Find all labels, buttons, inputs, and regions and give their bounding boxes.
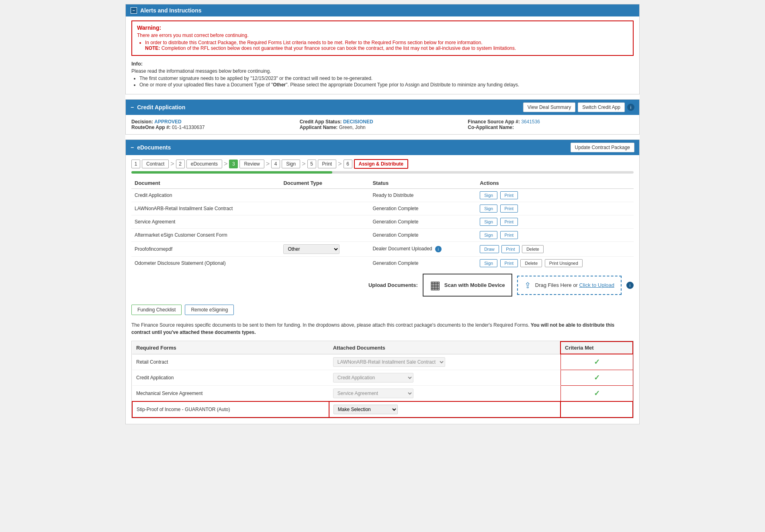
rf-form-mechanical: Mechanical Service Agreement [132, 385, 329, 401]
print-retail-button[interactable]: Print [500, 205, 518, 213]
print-credit-app-button[interactable]: Print [500, 191, 518, 199]
draw-proof-button[interactable]: Draw [480, 245, 499, 253]
doc-actions-proof: Draw Print Delete [477, 242, 634, 257]
print-aftermarket-button[interactable]: Print [500, 231, 518, 239]
doc-type-proof[interactable]: Other Proof of Income Insurance [280, 242, 369, 257]
tab-5-label[interactable]: Print [318, 160, 337, 168]
applicant-name-label: Applicant Name: [300, 125, 338, 130]
sign-odometer-button[interactable]: Sign [480, 259, 497, 267]
tab-2-edocuments[interactable]: 2 eDocuments [176, 160, 222, 168]
sign-retail-button[interactable]: Sign [480, 205, 497, 213]
tab-3-label[interactable]: Review [239, 160, 264, 168]
finance-source-label: Finance Source App #: [468, 119, 520, 125]
tab-6-label[interactable]: Assign & Distribute [354, 159, 408, 169]
credit-attached-select[interactable]: Credit Application [333, 373, 413, 383]
credit-app-header: − Credit Application View Deal Summary S… [126, 100, 639, 115]
col-status: Status [369, 178, 477, 189]
co-applicant-label: Co-Applicant Name: [468, 125, 514, 130]
table-row: Credit Application Ready to Distribute S… [131, 189, 634, 202]
doc-status-aftermarket: Generation Complete [369, 229, 477, 242]
print-proof-button[interactable]: Print [501, 245, 520, 253]
tab-1-num: 1 [131, 160, 140, 168]
tab-1-label[interactable]: Contract [142, 160, 169, 168]
sign-credit-app-button[interactable]: Sign [480, 191, 497, 199]
tab-sep-2: > [224, 160, 227, 168]
table-row: Aftermarket eSign Customer Consent Form … [131, 229, 634, 242]
retail-criteria-check: ✓ [594, 358, 600, 366]
sign-service-button[interactable]: Sign [480, 218, 497, 226]
edoc-header: − eDocuments Update Contract Package [126, 140, 639, 155]
doc-actions-service: Sign Print [477, 215, 634, 229]
tab-2-label[interactable]: eDocuments [186, 160, 222, 168]
sign-aftermarket-button[interactable]: Sign [480, 231, 497, 239]
tab-6-num: 6 [344, 160, 352, 168]
tab-sep-4: > [302, 160, 305, 168]
credit-collapse-icon[interactable]: − [131, 104, 134, 110]
doc-actions-odometer: Sign Print Delete Print Unsigned [477, 257, 634, 270]
switch-credit-app-button[interactable]: Switch Credit App [578, 102, 625, 112]
dealer-doc-info-icon[interactable]: i [435, 246, 442, 252]
doc-type-credit-app [280, 189, 369, 202]
rf-criteria-stip [560, 401, 633, 417]
rf-row-mechanical: Mechanical Service Agreement Service Agr… [132, 385, 633, 401]
upload-info-icon[interactable]: i [626, 282, 634, 289]
rf-attached-stip[interactable]: Make Selection Credit Application Proofo… [329, 401, 560, 417]
retail-attached-select[interactable]: LAWNonARB-Retail Installment Sale Contra… [333, 357, 445, 367]
info-item-2: One or more of your uploaded files have … [139, 82, 634, 88]
progress-bar [131, 171, 634, 174]
print-odometer-button[interactable]: Print [500, 259, 518, 267]
doc-name-odometer: Odometer Disclosure Statement (Optional) [131, 257, 280, 270]
rf-attached-mechanical[interactable]: Service Agreement [329, 385, 560, 401]
doc-type-aftermarket [280, 229, 369, 242]
print-service-button[interactable]: Print [500, 218, 518, 226]
funding-checklist-button[interactable]: Funding Checklist [131, 305, 182, 315]
tab-3-review[interactable]: 3 Review [229, 160, 264, 168]
finance-source-field: Finance Source App #: 3641536 Co-Applica… [468, 119, 634, 130]
tab-4-label[interactable]: Sign [282, 160, 300, 168]
rf-row-credit: Credit Application Credit Application ✓ [132, 370, 633, 385]
view-deal-summary-button[interactable]: View Deal Summary [523, 102, 575, 112]
required-forms-section: Required Forms Attached Documents Criter… [131, 341, 634, 418]
tab-3-num: 3 [229, 160, 238, 168]
credit-app-body: Decision: APPROVED RouteOne App #: 01-1-… [126, 115, 639, 134]
tab-6-assign-distribute[interactable]: 6 Assign & Distribute [344, 159, 408, 169]
finance-source-value: 3641536 [521, 119, 540, 125]
rf-attached-credit[interactable]: Credit Application [329, 370, 560, 385]
warning-box: Warning: There are errors you must corre… [131, 20, 634, 56]
update-contract-package-button[interactable]: Update Contract Package [571, 143, 634, 152]
tab-5-print[interactable]: 5 Print [307, 160, 337, 168]
table-row: Proofofincomepdf Other Proof of Income I… [131, 242, 634, 257]
alerts-collapse-icon[interactable]: − [131, 7, 137, 14]
tab-1-contract[interactable]: 1 Contract [131, 160, 169, 168]
click-to-upload-link[interactable]: Click to Upload [579, 282, 614, 288]
credit-app-status-value: DECISIONED [343, 119, 373, 125]
proof-type-select[interactable]: Other Proof of Income Insurance [283, 244, 340, 254]
upload-label: Upload Documents: [368, 282, 418, 288]
tab-sep-5: > [338, 160, 342, 168]
decision-field: Decision: APPROVED RouteOne App #: 01-1-… [131, 119, 297, 130]
delete-proof-button[interactable]: Delete [522, 245, 544, 253]
drag-drop-upload[interactable]: ⇪ Drag Files Here or Click to Upload [517, 276, 622, 295]
tab-4-sign[interactable]: 4 Sign [271, 160, 300, 168]
drag-text: Drag Files Here or Click to Upload [535, 282, 614, 288]
rf-col-attached: Attached Documents [329, 342, 560, 354]
mechanical-attached-select[interactable]: Service Agreement [333, 389, 413, 398]
progress-fill [131, 171, 332, 174]
remote-esigning-button[interactable]: Remote eSigning [185, 305, 234, 315]
edoc-collapse-icon[interactable]: − [131, 144, 134, 151]
warning-item-1: In order to distribute this Contract Pac… [145, 40, 628, 51]
rf-form-credit: Credit Application [132, 370, 329, 385]
print-unsigned-odometer-button[interactable]: Print Unsigned [545, 259, 583, 267]
info-subtitle: Please read the informational messages b… [131, 68, 634, 74]
rf-col-criteria: Criteria Met [560, 342, 633, 354]
table-row: Service Agreement Generation Complete Si… [131, 215, 634, 229]
table-row: LAWNonARB-Retail Installment Sale Contra… [131, 202, 634, 215]
col-document: Document [131, 178, 280, 189]
delete-odometer-button[interactable]: Delete [520, 259, 542, 267]
rf-attached-retail[interactable]: LAWNonARB-Retail Installment Sale Contra… [329, 354, 560, 370]
warning-title: Warning: [137, 25, 628, 31]
stip-attached-select[interactable]: Make Selection Credit Application Proofo… [333, 405, 398, 414]
credit-info-icon[interactable]: i [627, 104, 634, 111]
scan-mobile-button[interactable]: ▦ Scan with Mobile Device [423, 274, 512, 297]
doc-actions-retail: Sign Print [477, 202, 634, 215]
